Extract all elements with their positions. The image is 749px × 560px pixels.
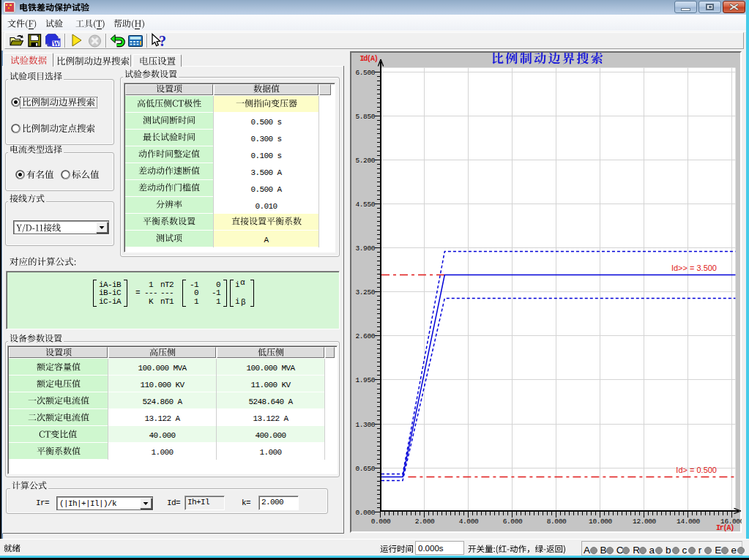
svg-text:12.000: 12.000 (633, 518, 657, 526)
svg-text:0.000: 0.000 (371, 518, 391, 526)
svg-text:16.000: 16.000 (720, 518, 742, 526)
svg-text:4.550: 4.550 (355, 201, 375, 209)
svg-text:0.650: 0.650 (355, 465, 375, 473)
svg-text:6.000: 6.000 (503, 518, 523, 526)
svg-text:?: ? (159, 33, 166, 48)
svg-text:4.000: 4.000 (459, 518, 479, 526)
svg-text:1.950: 1.950 (355, 376, 375, 384)
svg-text:10.000: 10.000 (589, 518, 613, 526)
svg-text:3.900: 3.900 (355, 244, 375, 253)
svg-text:W: W (53, 40, 60, 48)
svg-text:5.200: 5.200 (355, 157, 375, 165)
svg-text:5.850: 5.850 (355, 113, 375, 121)
svg-text:8.000: 8.000 (547, 518, 567, 526)
svg-text:1.300: 1.300 (355, 421, 375, 429)
svg-text:3.250: 3.250 (355, 288, 375, 296)
svg-text:2.000: 2.000 (415, 518, 435, 526)
svg-text:Id>> = 3.500: Id>> = 3.500 (671, 264, 717, 272)
svg-text:2.600: 2.600 (355, 332, 375, 340)
svg-text:6.500: 6.500 (355, 69, 375, 77)
svg-text:14.000: 14.000 (677, 518, 701, 526)
svg-text:Id> = 0.500: Id> = 0.500 (676, 466, 717, 474)
svg-text:0.000: 0.000 (355, 509, 375, 517)
